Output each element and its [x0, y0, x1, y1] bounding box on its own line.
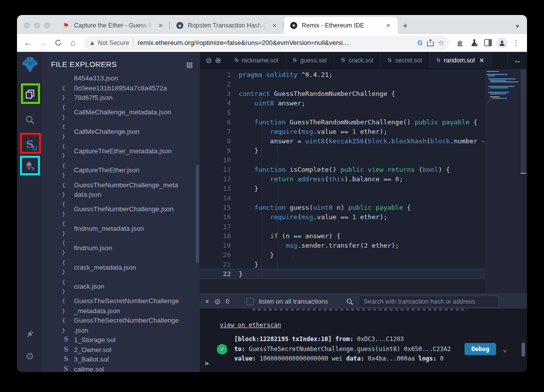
file-item[interactable]: { }crack.json [43, 277, 200, 297]
code-line[interactable]: 6 function GuessTheRandomNumberChallenge… [200, 117, 485, 127]
address-bar[interactable]: ▲ Not Secure remix.ethereum.org/#optimiz… [84, 36, 450, 50]
browser-tab[interactable]: ⚑Capture the Ether - Guess the✕ [56, 17, 170, 34]
bookmark-star-icon[interactable]: ☆ [438, 38, 445, 47]
file-item[interactable]: { }0c0eee131b18954a7c8a4572a 78d67f5.jso… [43, 83, 200, 103]
editor-tab[interactable]: Ssecret.sol [381, 52, 429, 68]
file-panel-scrollbar[interactable] [196, 165, 199, 263]
file-item[interactable]: { }crack_metadata.json [43, 258, 200, 277]
code-line[interactable]: 12 return address(this).balance == 0; [200, 174, 485, 184]
reload-icon[interactable] [51, 36, 65, 50]
side-panel-icon[interactable] [482, 36, 495, 49]
home-icon[interactable]: ⌂ [66, 36, 80, 50]
expand-editor-icon[interactable]: ↔ [507, 52, 527, 68]
tab-close-icon[interactable]: ✕ [156, 21, 165, 30]
share-icon[interactable] [427, 39, 434, 47]
listen-transactions-checkbox[interactable] [246, 298, 254, 305]
new-tab-button[interactable]: + [398, 21, 413, 34]
file-item[interactable]: { }GuessTheNumberChallenge.json [43, 199, 200, 219]
code-line[interactable]: 19 msg.sender.transfer(2 ether); [200, 241, 485, 250]
settings-gear-icon[interactable]: ⚙ [17, 345, 43, 367]
code-line[interactable]: 14 [200, 193, 485, 203]
back-icon[interactable]: ← [21, 36, 35, 50]
code-line[interactable]: 3contract GuessTheRandomNumberChallenge … [200, 89, 485, 98]
file-item[interactable]: { }GuessTheSecretNumberChallenge _metada… [43, 296, 200, 316]
maximize-window-button[interactable] [44, 22, 50, 28]
tab-search-chevron-icon[interactable]: ▾ [516, 22, 527, 34]
debug-button[interactable]: Debug [465, 343, 496, 355]
file-item[interactable]: S3_Ballot.sol [43, 355, 200, 365]
url-text[interactable]: remix.ethereum.org/#optimize=false&runs=… [137, 39, 413, 46]
minimap[interactable] [485, 69, 520, 294]
file-item[interactable]: { }CallMeChallenge_metadata.json [43, 102, 200, 122]
file-item[interactable]: { }CaptureTheEther_metadata.json [43, 141, 200, 161]
solidity-compiler-icon[interactable]: S ↻ [17, 133, 43, 155]
browser-tab[interactable]: ◆Ropsten Transaction Hash (Txh✕ [170, 17, 284, 34]
code-line[interactable]: 16 require(msg.value == 1 ether); [200, 212, 485, 222]
code-line[interactable]: 13 } [200, 184, 485, 193]
code-line[interactable]: 8 answer = uint8(keccak256(block.blockha… [200, 136, 485, 146]
file-item[interactable]: { }findnum_metadata.json [43, 219, 200, 238]
code-line[interactable]: 11 function isComplete() public view ret… [200, 165, 485, 174]
file-item[interactable]: Scallme.sol [43, 365, 200, 372]
google-icon[interactable]: G [417, 39, 422, 46]
code-pane[interactable]: 1pragma solidity ^0.4.21;23contract Gues… [200, 69, 485, 294]
plugin-manager-icon[interactable] [17, 323, 43, 345]
terminal-search-input[interactable] [358, 296, 499, 308]
forward-icon[interactable]: → [36, 36, 50, 50]
terminal-log[interactable]: view on etherscan ✓ [block:12282195 txIn… [200, 309, 527, 372]
editor-tab[interactable]: Srandom.sol✕ [430, 52, 492, 68]
file-item[interactable]: { }CallMeChallenge.json [43, 122, 200, 141]
code-line[interactable]: 20 } [200, 250, 485, 260]
terminal-expand-icon[interactable]: » [204, 300, 211, 303]
file-item[interactable]: 6454a313.json [43, 73, 200, 83]
code-line[interactable]: 2 [200, 79, 485, 89]
workspace-menu-icon[interactable]: ▤ [186, 60, 193, 68]
zoom-in-icon[interactable]: ⊕ [215, 56, 222, 65]
tab-close-icon[interactable]: ✕ [384, 21, 393, 30]
code-line[interactable]: 22} [200, 269, 485, 279]
file-item[interactable]: { }findnum.json [43, 238, 200, 258]
file-item[interactable]: S2_Owner.sol [43, 345, 200, 355]
etherscan-link[interactable]: view on etherscan [220, 322, 281, 329]
extensions-puzzle-icon[interactable] [454, 36, 467, 49]
clear-console-icon[interactable]: ⊘ [214, 297, 221, 306]
expand-transaction-chevron-icon[interactable]: ⌄ [503, 345, 507, 353]
terminal-prompt[interactable]: > [205, 360, 209, 367]
terminal-scrollbar-thumb[interactable] [522, 343, 525, 357]
minimize-window-button[interactable] [34, 22, 40, 28]
editor-tab[interactable]: Sguess.sol [286, 52, 334, 68]
code-line[interactable]: 15 function guess(uint8 n) public payabl… [200, 203, 485, 212]
flask-extension-icon[interactable] [468, 36, 481, 49]
code-line[interactable]: 21 } [200, 260, 485, 269]
deploy-run-icon[interactable] [17, 155, 43, 177]
code-line[interactable]: 18 if (n == answer) { [200, 231, 485, 241]
file-item[interactable]: { }GuessTheSecretNumberChallenge .json [43, 316, 200, 335]
file-item[interactable]: S1_Storage.sol [43, 335, 200, 345]
zoom-out-icon[interactable]: ⊘ [206, 56, 212, 65]
remix-logo[interactable] [17, 52, 43, 78]
window-controls[interactable] [17, 22, 56, 34]
editor-scrollbar-thumb[interactable] [521, 69, 526, 174]
transaction-entry[interactable]: ✓ [block:12282195 txIndex:10] from: 0xDC… [217, 335, 520, 364]
editor-tab[interactable]: Scrack.sol [334, 52, 381, 68]
code-line[interactable]: 1pragma solidity ^0.4.21; [200, 70, 485, 79]
file-item[interactable]: { }CaptureTheEther.json [43, 161, 200, 180]
code-line[interactable]: 9 } [200, 146, 485, 155]
not-secure-label[interactable]: Not Secure [98, 39, 129, 46]
close-window-button[interactable] [24, 22, 30, 28]
close-tab-icon[interactable]: ✕ [479, 57, 484, 64]
code-line[interactable]: 5 [200, 108, 485, 117]
file-item[interactable]: { }GuessTheNumberChallenge_meta data.jso… [43, 180, 200, 200]
code-line[interactable]: 7 require(msg.value == 1 ether); [200, 127, 485, 136]
search-icon[interactable] [17, 109, 43, 131]
code-line[interactable]: 17 [200, 222, 485, 231]
code-line[interactable]: 10 [200, 155, 485, 165]
editor-tab[interactable]: Snickname.sol [227, 52, 286, 68]
file-explorer-icon[interactable] [17, 83, 43, 105]
code-line[interactable]: 4 uint8 answer; [200, 98, 485, 108]
tab-close-icon[interactable]: ✕ [270, 21, 279, 30]
code-editor[interactable]: 1pragma solidity ^0.4.21;23contract Gues… [200, 69, 527, 294]
profile-avatar[interactable] [496, 36, 509, 49]
editor-scrollbar[interactable] [520, 69, 527, 294]
browser-tab[interactable]: ✱Remix - Ethereum IDE✕ [284, 17, 398, 34]
